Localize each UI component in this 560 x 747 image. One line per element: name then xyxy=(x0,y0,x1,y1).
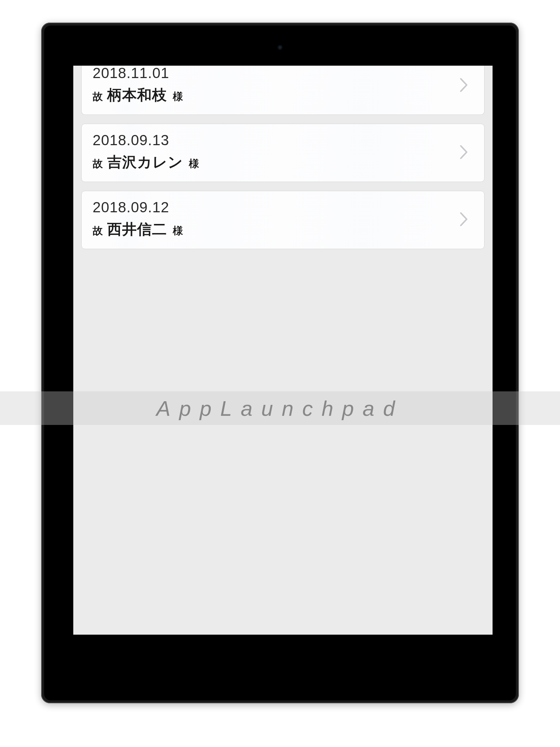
entry-date: 2018.09.12 xyxy=(93,199,459,216)
list-item-content: 2018.09.12 故 西井信二 様 xyxy=(93,199,459,239)
watermark-text: AppLaunchpad xyxy=(156,396,404,421)
entry-name-line: 故 柄本和枝 様 xyxy=(93,85,459,105)
app-screen: 2018.11.01 故 柄本和枝 様 xyxy=(73,66,493,635)
entry-prefix: 故 xyxy=(93,224,103,238)
tablet-device-frame: 2018.11.01 故 柄本和枝 様 xyxy=(41,23,519,703)
watermark-band: AppLaunchpad xyxy=(0,391,560,425)
chevron-right-icon xyxy=(459,144,470,160)
list-item[interactable]: 2018.11.01 故 柄本和枝 様 xyxy=(81,66,485,115)
entry-suffix: 様 xyxy=(173,224,183,238)
tablet-bezel: 2018.11.01 故 柄本和枝 様 xyxy=(44,26,516,700)
entry-prefix: 故 xyxy=(93,157,103,171)
list-item-content: 2018.11.01 故 柄本和枝 様 xyxy=(93,66,459,105)
entry-date: 2018.11.01 xyxy=(93,66,459,81)
tablet-camera xyxy=(277,45,283,50)
entry-name: 吉沢カレン xyxy=(107,152,183,172)
entry-date: 2018.09.13 xyxy=(93,132,459,148)
entry-suffix: 様 xyxy=(173,90,183,104)
list-item[interactable]: 2018.09.12 故 西井信二 様 xyxy=(81,191,485,249)
chevron-right-icon xyxy=(459,212,470,227)
entry-name: 柄本和枝 xyxy=(107,85,167,105)
entry-list: 2018.11.01 故 柄本和枝 様 xyxy=(73,66,493,249)
entry-name: 西井信二 xyxy=(107,219,167,239)
list-item[interactable]: 2018.09.13 故 吉沢カレン 様 xyxy=(81,124,485,182)
entry-name-line: 故 西井信二 様 xyxy=(93,219,459,239)
entry-suffix: 様 xyxy=(189,157,199,171)
entry-prefix: 故 xyxy=(93,90,103,104)
chevron-right-icon xyxy=(459,77,470,93)
list-item-content: 2018.09.13 故 吉沢カレン 様 xyxy=(93,132,459,172)
entry-name-line: 故 吉沢カレン 様 xyxy=(93,152,459,172)
